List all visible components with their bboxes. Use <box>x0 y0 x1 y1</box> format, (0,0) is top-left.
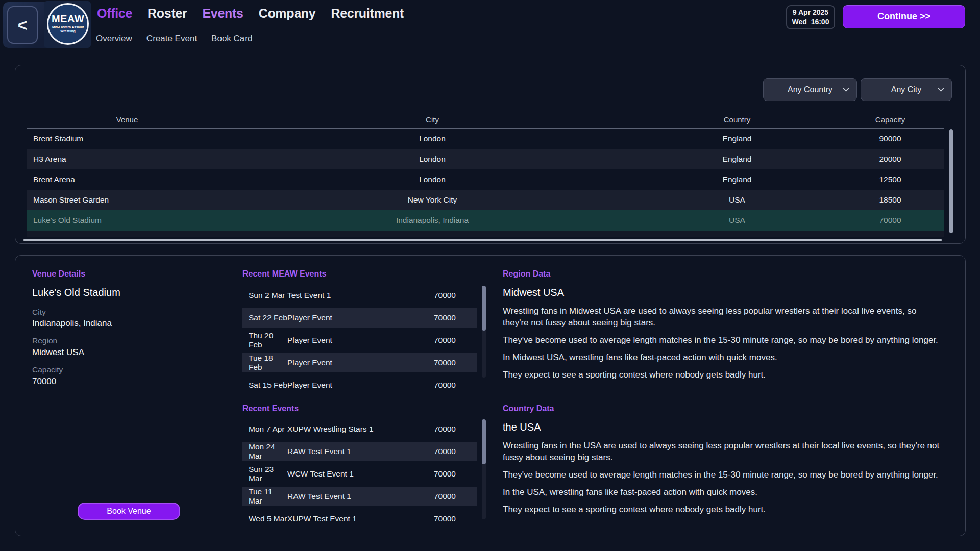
event-date: Thu 20 Feb <box>249 331 287 349</box>
scrollbar-thumb[interactable] <box>482 286 486 331</box>
capacity-value: 70000 <box>32 377 56 387</box>
cell-venue: Luke's Old Stadium <box>27 216 227 225</box>
game-day-time: Wed 16:00 <box>792 17 829 27</box>
cell-city: London <box>227 175 638 184</box>
country-name: the USA <box>503 421 541 433</box>
event-attendance: 70000 <box>407 469 456 479</box>
event-attendance: 70000 <box>407 381 456 390</box>
cell-city: Indianapolis, Indiana <box>227 216 638 225</box>
scrollbar-thumb[interactable] <box>482 419 486 464</box>
game-date: 9 Apr 2025 <box>793 8 828 17</box>
company-logo: MEAW Mid-Eastern Assault Wrestling <box>47 3 89 45</box>
event-date: Tue 18 Feb <box>249 354 287 372</box>
nav-item-company[interactable]: Company <box>259 6 316 21</box>
event-name: Player Event <box>287 313 407 322</box>
cell-city: London <box>227 155 638 164</box>
meaw-events-scrollbar[interactable] <box>482 286 486 378</box>
country-data-text: Wrestling fans in the USA are used to al… <box>503 440 944 521</box>
event-name: Player Event <box>287 358 407 367</box>
cell-country: England <box>638 134 837 143</box>
cell-capacity: 18500 <box>837 195 944 205</box>
nav-item-events[interactable]: Events <box>202 6 243 21</box>
continue-button[interactable]: Continue >> <box>843 5 965 28</box>
recent-events-list: Mon 7 Apr XUPW Wrestling Stars 1 70000 M… <box>242 419 477 523</box>
region-label: Region <box>32 336 57 345</box>
region-paragraph: They expect to see a sporting contest wh… <box>503 369 944 381</box>
cell-city: London <box>227 134 638 143</box>
cell-country: England <box>638 175 837 184</box>
list-item[interactable]: Sun 2 Mar Test Event 1 70000 <box>242 286 477 305</box>
event-attendance: 70000 <box>407 358 456 367</box>
table-row[interactable]: H3 Arena London England 20000 <box>27 149 944 169</box>
country-filter-dropdown[interactable]: Any Country <box>763 78 857 101</box>
region-value: Midwest USA <box>32 347 84 358</box>
venue-table-header: Venue City Country Capacity <box>27 111 944 129</box>
cell-venue: Brent Arena <box>27 175 227 184</box>
list-item[interactable]: Thu 20 Feb Player Event 70000 <box>242 331 477 350</box>
meaw-events-title: Recent MEAW Events <box>242 269 326 279</box>
subnav-item-overview[interactable]: Overview <box>96 34 132 44</box>
country-filter-value: Any Country <box>788 85 832 94</box>
list-item[interactable]: Sat 15 Feb Player Event 70000 <box>242 375 477 392</box>
city-filter-value: Any City <box>891 85 922 94</box>
continue-button-label: Continue >> <box>877 11 930 22</box>
list-item[interactable]: Tue 11 Mar RAW Test Event 1 70000 <box>242 487 477 506</box>
capacity-label: Capacity <box>32 365 63 374</box>
book-venue-button[interactable]: Book Venue <box>78 503 180 520</box>
event-attendance: 70000 <box>407 514 456 523</box>
event-name: Player Event <box>287 336 407 345</box>
event-attendance: 70000 <box>407 291 456 300</box>
region-data-title: Region Data <box>503 269 550 279</box>
event-date: Tue 11 Mar <box>249 487 287 506</box>
cell-capacity: 70000 <box>837 216 944 225</box>
venue-details-title: Venue Details <box>32 269 85 279</box>
column-header-venue: Venue <box>27 115 227 124</box>
nav-item-office[interactable]: Office <box>97 6 132 21</box>
country-paragraph: They've become used to average length ma… <box>503 469 944 481</box>
chevron-down-icon <box>938 85 944 92</box>
country-data-title: Country Data <box>503 404 554 413</box>
cell-capacity: 12500 <box>837 175 944 184</box>
region-paragraph: They've become used to average length ma… <box>503 334 944 346</box>
nav-item-roster[interactable]: Roster <box>148 6 187 21</box>
nav-item-recruitment[interactable]: Recruitment <box>331 6 404 21</box>
table-horizontal-scrollbar[interactable] <box>23 239 942 241</box>
section-divider <box>242 392 486 392</box>
event-attendance: 70000 <box>407 424 456 434</box>
cell-country: USA <box>638 195 837 205</box>
event-date: Sat 15 Feb <box>249 381 287 390</box>
list-item[interactable]: Mon 7 Apr XUPW Wrestling Stars 1 70000 <box>242 419 477 439</box>
venue-name: Luke's Old Stadium <box>32 287 120 298</box>
cell-venue: Brent Stadium <box>27 134 227 143</box>
region-paragraph: Wrestling fans in Midwest USA are used t… <box>503 305 944 329</box>
cell-venue: H3 Arena <box>27 155 227 164</box>
table-vertical-scrollbar[interactable] <box>949 129 953 233</box>
country-paragraph: In the USA, wrestling fans like fast-pac… <box>503 486 944 498</box>
list-item[interactable]: Sat 22 Feb Player Event 70000 <box>242 308 477 328</box>
list-item[interactable]: Wed 5 Mar XUPW Test Event 1 70000 <box>242 509 477 523</box>
event-attendance: 70000 <box>407 447 456 456</box>
city-filter-dropdown[interactable]: Any City <box>861 78 952 101</box>
list-item[interactable]: Sun 23 Mar WCW Test Event 1 70000 <box>242 464 477 484</box>
list-item[interactable]: Mon 24 Mar RAW Test Event 1 70000 <box>242 442 477 461</box>
table-row[interactable]: Mason Street Garden New York City USA 18… <box>27 190 944 210</box>
list-item[interactable]: Tue 18 Feb Player Event 70000 <box>242 353 477 372</box>
section-divider <box>503 392 960 392</box>
book-venue-label: Book Venue <box>107 507 151 516</box>
table-row-selected[interactable]: Luke's Old Stadium Indianapolis, Indiana… <box>27 210 944 231</box>
country-paragraph: Wrestling fans in the USA are used to al… <box>503 440 944 463</box>
event-name: XUPW Test Event 1 <box>287 514 407 523</box>
subnav-item-book-card[interactable]: Book Card <box>211 34 252 44</box>
event-name: Player Event <box>287 381 407 390</box>
table-row[interactable]: Brent Stadium London England 90000 <box>27 129 944 149</box>
table-row[interactable]: Brent Arena London England 12500 <box>27 169 944 190</box>
city-label: City <box>32 308 46 317</box>
event-attendance: 70000 <box>407 313 456 322</box>
logo-subtitle-2: Wrestling <box>48 29 87 33</box>
event-name: WCW Test Event 1 <box>287 469 407 479</box>
subnav-item-create-event[interactable]: Create Event <box>146 34 197 44</box>
back-button[interactable]: < <box>7 6 38 44</box>
cell-country: England <box>638 155 837 164</box>
recent-events-scrollbar[interactable] <box>482 419 486 519</box>
event-date: Sun 2 Mar <box>249 291 287 300</box>
